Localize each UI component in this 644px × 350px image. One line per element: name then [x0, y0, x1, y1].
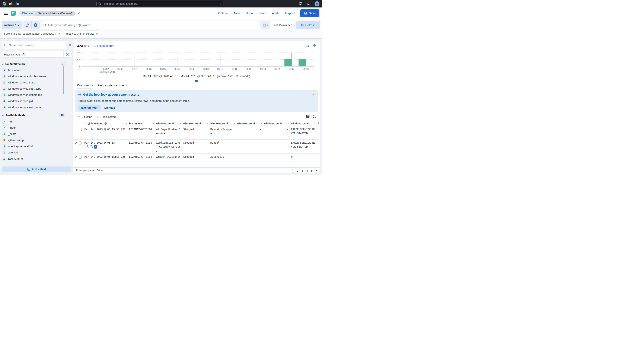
field-item[interactable]: #windows.service.pid: [2, 98, 72, 104]
save-button[interactable]: Save: [300, 10, 320, 17]
menu-icon[interactable]: [4, 12, 8, 15]
field-item[interactable]: kwindows.service.display_name: [2, 73, 72, 80]
cell-state[interactable]: Stopped: [182, 154, 209, 162]
col-header-state[interactable]: windows.servi...: [182, 121, 209, 126]
cell-uptime[interactable]: -: [236, 154, 263, 162]
field-search[interactable]: [2, 40, 66, 50]
filter-out-icon[interactable]: −: [90, 145, 93, 148]
prev-page-icon[interactable]: ‹: [288, 168, 289, 172]
alerts-button[interactable]: Alerts: [272, 12, 280, 15]
cell-display-name[interactable]: Application Layer Gateway Service: [155, 140, 182, 154]
sidebar-scrollbar[interactable]: [64, 66, 64, 94]
field-item[interactable]: #windows.service.uptime.ms: [2, 92, 72, 98]
filter-pill[interactable]: {"prefix":{"data_stream.dataset":"window…: [2, 30, 62, 37]
reset-search-button[interactable]: Reset search: [93, 44, 114, 48]
date-picker-calendar-button[interactable]: [261, 21, 270, 29]
sort-fields-button[interactable]: 1 field sorted: [96, 116, 116, 118]
remove-filter-icon[interactable]: ×: [96, 32, 98, 36]
grid-scrollbar-track[interactable]: [317, 121, 320, 126]
cell-timestamp[interactable]: Mar 24, 2023 @ 06:15:50.235: [83, 154, 128, 162]
filter-for-icon[interactable]: +: [86, 145, 89, 148]
cell-display-name[interactable]: Amazon EC2Launch: [155, 154, 182, 162]
cell-start-type[interactable]: Manual: [209, 140, 236, 154]
filter-by-type[interactable]: Filter by type 0 i: [2, 51, 72, 58]
breadcrumb-discover[interactable]: Discover: [19, 11, 34, 16]
cell-pid[interactable]: -: [263, 154, 290, 162]
col-header-display-name[interactable]: windows.servi...: [155, 121, 182, 126]
add-field-button[interactable]: Add a field: [2, 166, 72, 172]
col-header-hostname[interactable]: host.name: [128, 121, 155, 126]
kql-input[interactable]: [48, 24, 257, 27]
cell-pid[interactable]: -: [263, 126, 290, 140]
field-item[interactable]: kagent.ephemeral_id: [2, 143, 72, 150]
user-avatar[interactable]: e: [314, 1, 320, 6]
cell-pid[interactable]: -: [263, 140, 290, 154]
add-filter-button[interactable]: +: [32, 23, 40, 27]
tab-field-statistics[interactable]: Field statistics BETA: [98, 82, 130, 89]
breadcrumb-page[interactable]: Services [Metrics Windows]: [34, 11, 75, 16]
histogram-plot[interactable]: 06:0206:0306:0406:0506:0606:0706:0806:09…: [82, 52, 314, 66]
field-item[interactable]: kagent.name: [2, 156, 72, 162]
field-item[interactable]: ?_id: [2, 118, 72, 125]
cell-start-type[interactable]: Manual (Triggered): [209, 126, 236, 140]
col-header-pid[interactable]: windows.servi...: [263, 121, 290, 126]
options-button[interactable]: Options: [218, 12, 228, 15]
page-5[interactable]: 5: [311, 169, 312, 172]
remove-filter-icon[interactable]: ×: [58, 32, 60, 36]
col-header-exit-code[interactable]: windows.servic...: [290, 121, 317, 126]
field-item[interactable]: khost.name: [2, 67, 72, 73]
col-header-start-type[interactable]: windows.servi...: [209, 121, 236, 126]
page-4[interactable]: 4: [306, 169, 308, 172]
cell-exit-code[interactable]: ERROR_SERVICE_NEVER_STARTED: [290, 140, 317, 154]
cell-state[interactable]: Stopped: [182, 140, 209, 154]
cell-hostname[interactable]: EC2AMAZ-GRTSI14: [128, 126, 155, 140]
global-search[interactable]: ^/: [96, 1, 224, 6]
display-options-icon[interactable]: [306, 114, 310, 118]
fullscreen-icon[interactable]: [313, 114, 316, 118]
expand-row-icon[interactable]: [75, 128, 77, 131]
collapse-sidebar-icon[interactable]: [68, 43, 72, 47]
cell-uptime[interactable]: -: [236, 140, 263, 154]
take-tour-button[interactable]: Take the tour: [78, 105, 100, 110]
chart-settings-icon[interactable]: ⚙: [313, 44, 316, 47]
grid-scrollbar-thumb[interactable]: [318, 122, 319, 124]
page-3[interactable]: 3: [302, 169, 303, 172]
cell-exit-code[interactable]: 0: [290, 154, 317, 162]
close-icon[interactable]: ×: [313, 92, 315, 96]
col-header-uptime[interactable]: windows.servi...: [236, 121, 263, 126]
cell-state[interactable]: Stopped: [182, 126, 209, 140]
expand-row-icon[interactable]: [75, 142, 77, 144]
kql-search-bar[interactable]: [41, 21, 259, 29]
row-checkbox[interactable]: [79, 142, 82, 144]
field-info-button[interactable]: i: [64, 53, 71, 56]
field-item[interactable]: kwindows.service.exit_code: [2, 104, 72, 110]
dismiss-button[interactable]: Dismiss: [104, 106, 115, 109]
cell-timestamp[interactable]: Mar 24, 2023 @ 06:15:50.235: [83, 126, 128, 140]
field-search-input[interactable]: [9, 44, 64, 47]
row-checkbox[interactable]: [79, 156, 82, 158]
columns-button[interactable]: Columns: [77, 116, 92, 118]
available-fields-header[interactable]: Available fields 48: [2, 113, 71, 117]
next-page-icon[interactable]: ›: [316, 168, 317, 172]
cell-timestamp[interactable]: Mar 24, 2023 @ 06:15+−: [83, 140, 128, 154]
cell-start-type[interactable]: Automatic: [209, 154, 236, 162]
refresh-button[interactable]: Refresh: [296, 21, 320, 29]
elastic-logo[interactable]: elastic: [0, 2, 19, 6]
cell-hostname[interactable]: EC2AMAZ-GRTSI14: [128, 140, 155, 154]
field-item[interactable]: kwindows.service.state: [2, 80, 72, 86]
space-badge[interactable]: D: [11, 11, 16, 16]
new-button[interactable]: New: [234, 12, 240, 15]
tab-documents[interactable]: Documents: [77, 82, 93, 89]
cell-hostname[interactable]: EC2AMAZ-GRTSI14: [128, 154, 155, 162]
saved-queries-button[interactable]: [23, 23, 31, 27]
selected-fields-header[interactable]: Selected fields 7: [2, 62, 71, 66]
cell-display-name[interactable]: AllJoyn Router Service: [155, 126, 182, 140]
page-2[interactable]: 2: [297, 169, 298, 172]
table-row[interactable]: Mar 24, 2023 @ 06:15:50.235 EC2AMAZ-GRTS…: [73, 154, 320, 162]
col-header-timestamp[interactable]: @timestamp: [83, 121, 128, 126]
expand-cell-icon[interactable]: [94, 145, 97, 148]
field-item[interactable]: #_score: [2, 131, 72, 137]
table-row[interactable]: Mar 24, 2023 @ 06:15:50.235 EC2AMAZ-GRTS…: [73, 126, 320, 140]
row-checkbox[interactable]: [79, 128, 82, 131]
table-row[interactable]: Mar 24, 2023 @ 06:15+− EC2AMAZ-GRTSI14 A…: [73, 140, 320, 154]
